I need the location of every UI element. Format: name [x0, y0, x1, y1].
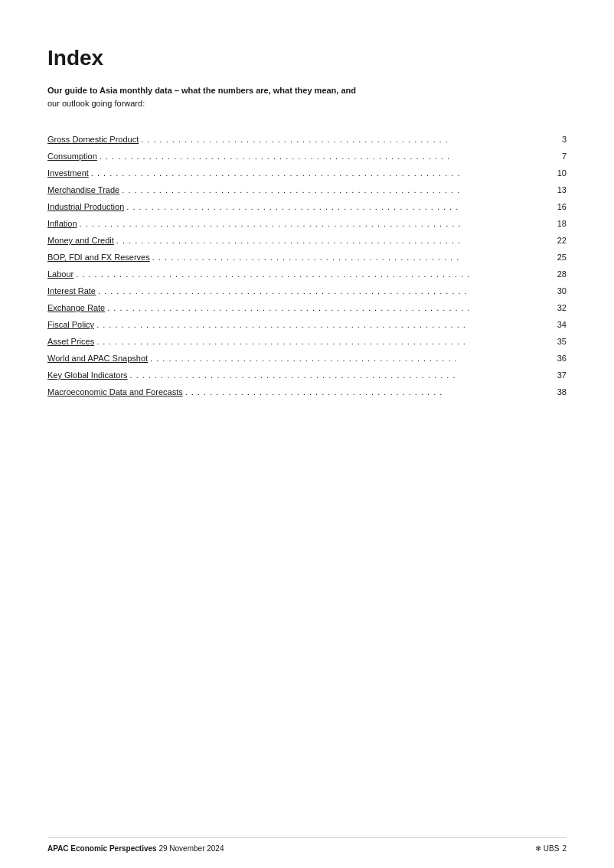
toc-link-12[interactable]: Asset Prices — [47, 337, 94, 346]
toc-dots-9: . . . . . . . . . . . . . . . . . . . . … — [96, 286, 551, 295]
toc-dots-2: . . . . . . . . . . . . . . . . . . . . … — [89, 168, 551, 178]
toc-row: Consumption . . . . . . . . . . . . . . … — [47, 148, 567, 165]
toc-link-15[interactable]: Macroeconomic Data and Forecasts — [47, 387, 183, 396]
toc-page-15: 38 — [551, 387, 567, 396]
toc-page-11: 34 — [551, 320, 567, 329]
toc-dots-10: . . . . . . . . . . . . . . . . . . . . … — [105, 303, 551, 312]
toc-row: Money and Credit . . . . . . . . . . . .… — [47, 232, 567, 249]
toc-row: Key Global Indicators . . . . . . . . . … — [47, 367, 567, 383]
toc-link-3[interactable]: Merchandise Trade — [47, 185, 119, 194]
toc-dots-13: . . . . . . . . . . . . . . . . . . . . … — [148, 354, 551, 363]
toc-page-8: 28 — [551, 269, 567, 279]
toc-dots-0: . . . . . . . . . . . . . . . . . . . . … — [139, 135, 551, 144]
toc-link-1[interactable]: Consumption — [47, 152, 97, 161]
toc-page-0: 3 — [551, 135, 567, 144]
toc-link-2[interactable]: Investment — [47, 168, 89, 178]
table-of-contents: Gross Domestic Product . . . . . . . . .… — [47, 131, 567, 400]
toc-page-10: 32 — [551, 303, 567, 312]
toc-link-10[interactable]: Exchange Rate — [47, 303, 105, 312]
toc-row: Investment . . . . . . . . . . . . . . .… — [47, 165, 567, 181]
toc-page-13: 36 — [551, 354, 567, 363]
toc-page-3: 13 — [551, 185, 567, 194]
toc-dots-3: . . . . . . . . . . . . . . . . . . . . … — [119, 185, 551, 194]
toc-page-2: 10 — [551, 168, 567, 178]
toc-page-1: 7 — [551, 152, 567, 161]
footer-brand: ❄ UBS 2 — [535, 844, 567, 853]
toc-link-11[interactable]: Fiscal Policy — [47, 320, 94, 329]
toc-page-9: 30 — [551, 286, 567, 295]
toc-row: Asset Prices . . . . . . . . . . . . . .… — [47, 333, 567, 350]
intro-bold-text: Our guide to Asia monthly data – what th… — [47, 86, 356, 95]
toc-row: Labour . . . . . . . . . . . . . . . . .… — [47, 266, 567, 282]
ubs-logo: ❄ UBS — [535, 844, 559, 853]
toc-dots-7: . . . . . . . . . . . . . . . . . . . . … — [150, 253, 551, 262]
toc-dots-6: . . . . . . . . . . . . . . . . . . . . … — [114, 236, 551, 245]
toc-page-7: 25 — [551, 253, 567, 262]
page-footer: APAC Economic Perspectives 29 November 2… — [47, 837, 567, 853]
toc-page-6: 22 — [551, 236, 567, 245]
toc-row: Inflation . . . . . . . . . . . . . . . … — [47, 215, 567, 232]
toc-row: World and APAC Snapshot . . . . . . . . … — [47, 350, 567, 367]
toc-page-12: 35 — [551, 337, 567, 346]
toc-row: Fiscal Policy . . . . . . . . . . . . . … — [47, 316, 567, 333]
footer-publication: APAC Economic Perspectives 29 November 2… — [47, 844, 224, 853]
toc-row: Exchange Rate . . . . . . . . . . . . . … — [47, 299, 567, 316]
toc-link-6[interactable]: Money and Credit — [47, 236, 114, 245]
toc-page-14: 37 — [551, 370, 567, 380]
publication-name: APAC Economic Perspectives — [47, 844, 158, 853]
toc-dots-5: . . . . . . . . . . . . . . . . . . . . … — [77, 219, 551, 228]
toc-dots-1: . . . . . . . . . . . . . . . . . . . . … — [97, 152, 551, 161]
toc-link-0[interactable]: Gross Domestic Product — [47, 135, 139, 144]
toc-dots-11: . . . . . . . . . . . . . . . . . . . . … — [94, 320, 551, 329]
toc-link-7[interactable]: BOP, FDI and FX Reserves — [47, 253, 150, 262]
toc-dots-8: . . . . . . . . . . . . . . . . . . . . … — [73, 269, 551, 279]
toc-link-9[interactable]: Interest Rate — [47, 286, 96, 295]
intro-normal-text: our outlook going forward: — [47, 99, 145, 108]
toc-dots-12: . . . . . . . . . . . . . . . . . . . . … — [94, 337, 551, 346]
toc-link-4[interactable]: Industrial Production — [47, 202, 124, 211]
toc-dots-15: . . . . . . . . . . . . . . . . . . . . … — [183, 387, 551, 396]
toc-dots-14: . . . . . . . . . . . . . . . . . . . . … — [128, 370, 551, 380]
toc-row: BOP, FDI and FX Reserves . . . . . . . .… — [47, 249, 567, 266]
publication-date: 29 November 2024 — [158, 844, 224, 853]
toc-link-13[interactable]: World and APAC Snapshot — [47, 354, 148, 363]
toc-link-14[interactable]: Key Global Indicators — [47, 370, 128, 380]
page-number: 2 — [562, 844, 567, 853]
toc-page-4: 16 — [551, 202, 567, 211]
toc-link-8[interactable]: Labour — [47, 269, 73, 279]
page-title: Index — [47, 46, 567, 70]
intro-paragraph: Our guide to Asia monthly data – what th… — [47, 84, 567, 109]
toc-row: Industrial Production . . . . . . . . . … — [47, 198, 567, 215]
toc-link-5[interactable]: Inflation — [47, 219, 77, 228]
toc-row: Merchandise Trade . . . . . . . . . . . … — [47, 181, 567, 198]
toc-page-5: 18 — [551, 219, 567, 228]
toc-dots-4: . . . . . . . . . . . . . . . . . . . . … — [124, 202, 551, 211]
toc-row: Macroeconomic Data and Forecasts . . . .… — [47, 383, 567, 400]
page-container: Index Our guide to Asia monthly data – w… — [0, 0, 614, 868]
toc-row: Gross Domestic Product . . . . . . . . .… — [47, 131, 567, 148]
toc-row: Interest Rate . . . . . . . . . . . . . … — [47, 282, 567, 299]
